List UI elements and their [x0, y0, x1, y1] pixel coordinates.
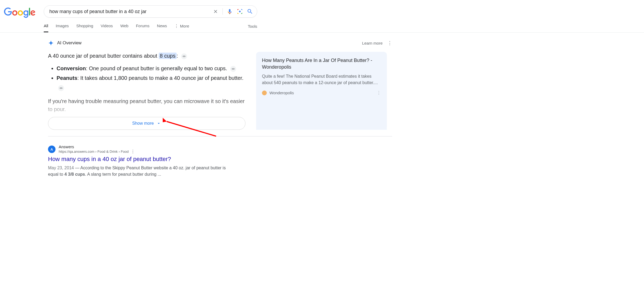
result-source-name: Answers — [59, 144, 135, 149]
card-source-name: Wonderopolis — [269, 91, 294, 95]
ai-overview-title: AI Overview — [57, 40, 82, 46]
tab-images[interactable]: Images — [56, 23, 69, 32]
ai-bullet-peanuts: Peanuts: It takes about 1,800 peanuts to… — [57, 73, 245, 92]
more-options-icon[interactable]: ⋮ — [387, 40, 392, 46]
card-description: Quite a few! The National Peanut Board e… — [262, 73, 381, 86]
citation-link-icon[interactable] — [58, 85, 64, 91]
wonderopolis-favicon — [262, 91, 267, 95]
search-bar[interactable] — [44, 5, 257, 18]
divider — [0, 32, 644, 33]
chevron-down-icon — [156, 121, 161, 126]
search-icon[interactable] — [247, 8, 253, 15]
citation-link-icon[interactable] — [181, 53, 187, 59]
result-menu-icon[interactable]: ⋮ — [131, 149, 135, 154]
learn-more-link[interactable]: Learn more — [362, 41, 383, 45]
card-menu-icon[interactable]: ⋮ — [377, 90, 381, 95]
search-input[interactable] — [49, 9, 212, 14]
svg-point-0 — [239, 11, 241, 12]
tab-web[interactable]: Web — [120, 23, 129, 32]
result-snippet: May 23, 2014 — According to the Skippy P… — [48, 165, 235, 178]
ai-bullet-conversion: Conversion: One pound of peanut butter i… — [57, 64, 245, 73]
citation-link-icon[interactable] — [230, 66, 236, 72]
mic-icon[interactable] — [226, 8, 233, 15]
card-title: How Many Peanuts Are In a Jar Of Peanut … — [262, 57, 381, 70]
tab-more[interactable]: ⋮ More — [174, 23, 189, 32]
divider — [48, 136, 392, 136]
dots-vertical-icon: ⋮ — [174, 23, 178, 28]
tools-button[interactable]: Tools — [248, 24, 257, 32]
lens-icon[interactable] — [237, 8, 243, 15]
divider — [222, 8, 223, 15]
tab-shopping[interactable]: Shopping — [76, 23, 93, 32]
tab-videos[interactable]: Videos — [101, 23, 113, 32]
card-fade — [256, 122, 387, 130]
ai-source-card[interactable]: How Many Peanuts Are In a Jar Of Peanut … — [256, 52, 387, 130]
show-more-button[interactable]: Show more — [48, 117, 245, 130]
google-logo[interactable] — [4, 7, 36, 19]
answers-favicon: A — [48, 146, 55, 153]
tab-news[interactable]: News — [157, 23, 167, 32]
highlighted-answer: 8 cups — [159, 53, 177, 59]
ai-faded-text: If you're having trouble measuring peanu… — [48, 97, 245, 113]
tabs: All Images Shopping Videos Web Forums Ne… — [44, 23, 189, 32]
result-url: https://qa.answers.com › Food & Drink › … — [59, 150, 129, 154]
sparkle-icon — [48, 40, 54, 46]
tab-forums[interactable]: Forums — [136, 23, 149, 32]
tab-all[interactable]: All — [44, 23, 48, 32]
clear-icon[interactable] — [212, 8, 219, 15]
result-title-link[interactable]: How many cups in a 40 oz jar of peanut b… — [48, 156, 235, 163]
ai-summary-text: A 40 ounce jar of peanut butter contains… — [48, 52, 245, 60]
search-result: A Answers https://qa.answers.com › Food … — [48, 144, 235, 178]
